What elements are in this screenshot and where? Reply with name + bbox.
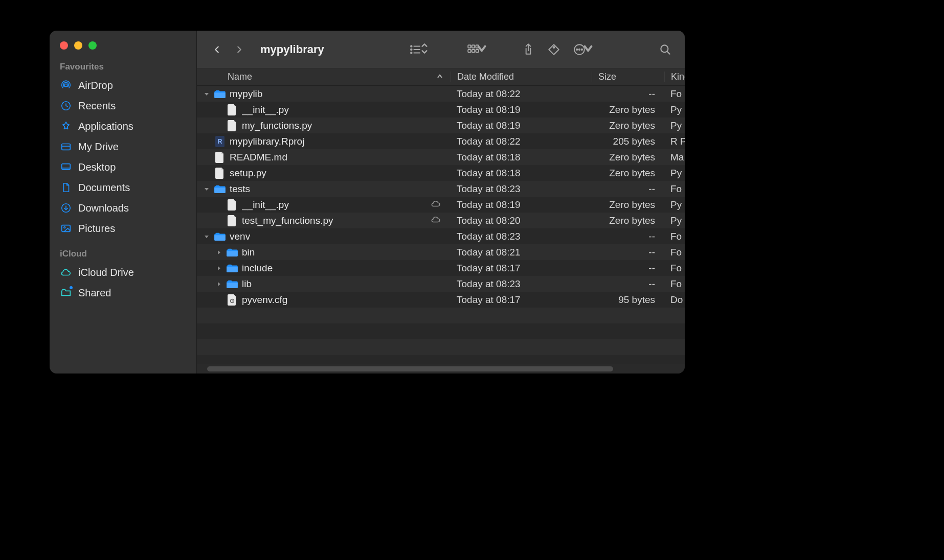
sidebar-item-documents[interactable]: Documents <box>50 177 196 198</box>
disclosure-triangle[interactable] <box>203 186 210 192</box>
column-header-kind[interactable]: Kind <box>664 72 685 82</box>
file-row[interactable]: testsToday at 08:23--Fo <box>197 181 685 197</box>
file-date: Today at 08:22 <box>451 136 592 147</box>
file-size: Zero bytes <box>592 152 664 163</box>
action-menu-button[interactable] <box>569 39 590 60</box>
file-name: setup.py <box>230 168 266 179</box>
file-row[interactable]: pyvenv.cfgToday at 08:1795 bytesDo <box>197 292 685 308</box>
file-name: __init__.py <box>242 199 289 211</box>
search-button[interactable] <box>655 39 676 60</box>
sidebar-item-label: Downloads <box>78 202 129 214</box>
file-row[interactable]: __init__.pyToday at 08:19Zero bytesPy <box>197 197 685 213</box>
minimize-window-button[interactable] <box>74 41 82 50</box>
disclosure-triangle[interactable] <box>203 234 210 240</box>
sidebar-item-pictures[interactable]: Pictures <box>50 218 196 239</box>
download-icon <box>60 202 72 214</box>
cloud-icon <box>60 266 72 278</box>
sidebar-item-desktop[interactable]: Desktop <box>50 157 196 177</box>
file-row[interactable]: my_functions.pyToday at 08:19Zero bytesP… <box>197 118 685 133</box>
svg-rect-2 <box>62 144 71 150</box>
empty-row <box>197 323 685 339</box>
forward-button[interactable] <box>231 41 248 58</box>
file-kind: Py <box>664 168 685 179</box>
folder-icon <box>227 263 238 274</box>
file-row[interactable]: README.mdToday at 08:18Zero bytesMa <box>197 149 685 165</box>
close-window-button[interactable] <box>60 41 68 50</box>
tag-button[interactable] <box>544 39 564 60</box>
group-button[interactable] <box>463 39 483 60</box>
file-name: bin <box>242 247 255 258</box>
folder-icon <box>227 278 238 290</box>
sidebar-item-mydrive[interactable]: My Drive <box>50 136 196 157</box>
back-button[interactable] <box>208 41 226 58</box>
file-size: 95 bytes <box>592 294 664 306</box>
sidebar-item-label: Shared <box>78 287 111 299</box>
file-name: my_functions.py <box>242 120 312 131</box>
file-name: README.md <box>230 152 287 163</box>
disclosure-triangle[interactable] <box>203 91 210 97</box>
sidebar-item-label: My Drive <box>78 141 119 153</box>
chevron-down-icon <box>475 42 488 57</box>
file-name: mypylibrary.Rproj <box>230 136 304 147</box>
file-name: mypylib <box>230 88 262 100</box>
column-headers: Name Date Modified Size Kind <box>197 68 685 86</box>
file-size: -- <box>592 88 664 100</box>
column-header-name[interactable]: Name <box>197 72 451 82</box>
sidebar-item-recents[interactable]: Recents <box>50 96 196 116</box>
file-icon: R <box>214 136 226 147</box>
scrollbar-thumb[interactable] <box>207 366 613 371</box>
horizontal-scrollbar[interactable] <box>197 364 685 374</box>
share-button[interactable] <box>518 39 538 60</box>
pictures-icon <box>60 222 72 235</box>
file-row[interactable]: libToday at 08:23--Fo <box>197 276 685 292</box>
file-kind: Fo <box>664 278 685 290</box>
file-kind: Fo <box>664 231 685 242</box>
svg-point-14 <box>411 52 412 54</box>
file-row[interactable]: binToday at 08:21--Fo <box>197 244 685 260</box>
sidebar-item-applications[interactable]: Applications <box>50 116 196 136</box>
file-size: Zero bytes <box>592 104 664 115</box>
disclosure-triangle[interactable] <box>215 265 222 271</box>
chevron-down-icon <box>581 42 595 57</box>
svg-point-24 <box>579 49 580 50</box>
file-row[interactable]: includeToday at 08:17--Fo <box>197 260 685 276</box>
sidebar-item-label: Documents <box>78 182 130 194</box>
cloud-status-icon <box>430 199 441 211</box>
finder-window: FavouritesAirDropRecentsApplicationsMy D… <box>50 31 685 374</box>
svg-rect-16 <box>472 45 475 48</box>
file-kind: Fo <box>664 247 685 258</box>
desktop-icon <box>60 161 72 173</box>
file-name: tests <box>230 183 250 195</box>
sidebar-item-downloads[interactable]: Downloads <box>50 198 196 218</box>
file-row[interactable]: __init__.pyToday at 08:19Zero bytesPy <box>197 102 685 118</box>
svg-point-21 <box>553 46 555 48</box>
sidebar-item-shared[interactable]: Shared <box>50 283 196 303</box>
zoom-window-button[interactable] <box>88 41 97 50</box>
sidebar-item-iclouddrive[interactable]: iCloud Drive <box>50 262 196 283</box>
file-kind: Fo <box>664 263 685 274</box>
file-size: Zero bytes <box>592 168 664 179</box>
file-kind: Ma <box>664 152 685 163</box>
doc-icon <box>60 181 72 194</box>
sidebar: FavouritesAirDropRecentsApplicationsMy D… <box>50 31 197 374</box>
sidebar-item-label: AirDrop <box>78 80 113 91</box>
file-row[interactable]: mypylibToday at 08:22--Fo <box>197 86 685 102</box>
view-list-button[interactable] <box>406 39 426 60</box>
file-row[interactable]: setup.pyToday at 08:18Zero bytesPy <box>197 165 685 181</box>
disclosure-triangle[interactable] <box>215 249 222 255</box>
column-header-date[interactable]: Date Modified <box>451 72 592 82</box>
disclosure-triangle[interactable] <box>215 281 222 287</box>
sidebar-item-airdrop[interactable]: AirDrop <box>50 75 196 96</box>
file-date: Today at 08:22 <box>451 88 592 100</box>
column-header-size[interactable]: Size <box>592 72 664 82</box>
file-name: __init__.py <box>242 104 289 115</box>
file-row[interactable]: Rmypylibrary.RprojToday at 08:22205 byte… <box>197 133 685 149</box>
file-date: Today at 08:23 <box>451 231 592 242</box>
window-controls <box>50 39 196 59</box>
clock-icon <box>60 100 72 112</box>
file-icon <box>227 215 238 226</box>
folder-icon <box>227 247 238 258</box>
file-row[interactable]: test_my_functions.pyToday at 08:20Zero b… <box>197 213 685 228</box>
file-row[interactable]: venvToday at 08:23--Fo <box>197 228 685 244</box>
sidebar-item-label: Applications <box>78 121 133 132</box>
